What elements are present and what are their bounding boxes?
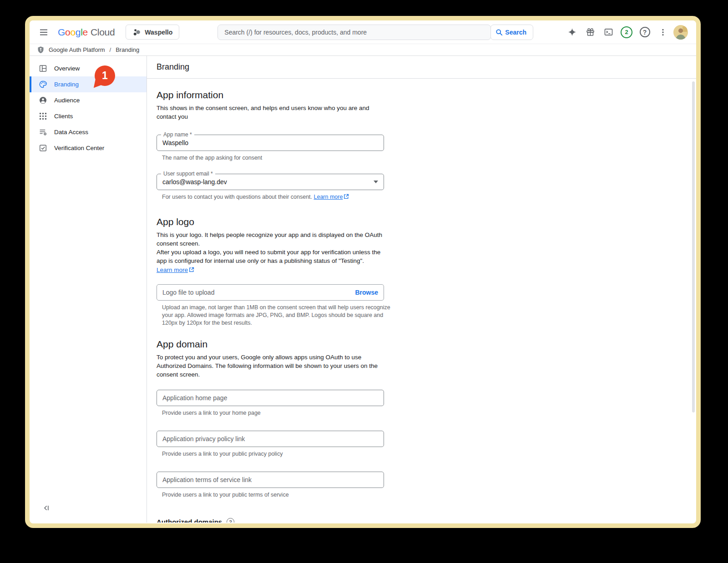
authorized-domains-heading: Authorized domains ? (157, 518, 687, 523)
sidebar-item-label: Branding (54, 81, 79, 88)
sidebar-item-label: Overview (54, 65, 80, 72)
breadcrumb-root[interactable]: Google Auth Platform (49, 46, 105, 53)
home-page-helper: Provide users a link to your home page (162, 409, 392, 417)
breadcrumb-current: Branding (116, 46, 139, 53)
support-email-select[interactable]: User support email * carlos@wasp-lang.de… (157, 174, 384, 190)
search-icon (495, 29, 503, 36)
app-logo-paragraph-1: This is your logo. It helps people recog… (157, 231, 389, 248)
top-app-bar: Google Cloud Waspello Search (30, 20, 696, 44)
logo-cloud-text: Cloud (91, 27, 115, 38)
cloud-shell-button[interactable] (601, 25, 616, 40)
google-cloud-logo[interactable]: Google Cloud (58, 27, 115, 38)
gemini-button[interactable] (564, 25, 580, 40)
app-domain-description: To protect you and your users, Google on… (157, 353, 389, 379)
app-domain-heading: App domain (157, 339, 687, 350)
support-email-helper: For users to contact you with questions … (162, 193, 392, 201)
app-name-input[interactable] (162, 139, 378, 146)
project-picker-button[interactable]: Waspello (126, 25, 179, 40)
sidebar-item-label: Data Access (54, 129, 88, 136)
menu-button[interactable] (36, 25, 51, 40)
auth-platform-shield-icon (37, 45, 45, 54)
chevron-down-icon (374, 181, 378, 183)
app-information-heading: App information (157, 90, 687, 101)
palette-icon (38, 80, 47, 89)
search-input[interactable] (217, 25, 491, 40)
privacy-policy-input[interactable] (162, 435, 378, 442)
annotation-badge-1: 1 (95, 65, 115, 86)
menu-icon (39, 28, 48, 37)
app-name-helper: The name of the app asking for consent (162, 154, 392, 162)
sidebar: Overview Branding (30, 56, 147, 523)
app-logo-paragraph-2: After you upload a logo, you will need t… (157, 248, 389, 265)
free-trial-gift-button[interactable] (582, 25, 598, 40)
terms-of-service-field[interactable] (157, 472, 384, 488)
privacy-policy-helper: Provide users a link to your public priv… (162, 450, 392, 458)
list-settings-icon (38, 128, 47, 137)
check-box-icon (38, 144, 47, 153)
apps-grid-icon (38, 112, 47, 121)
topbar-actions: 2 ? (564, 25, 688, 40)
overview-icon (38, 64, 47, 73)
avatar-photo (673, 25, 688, 40)
help-icon[interactable]: ? (227, 518, 234, 523)
sidebar-item-label: Verification Center (54, 145, 104, 151)
sidebar-item-audience[interactable]: Audience (30, 92, 147, 108)
cloud-shell-icon (604, 27, 613, 37)
sidebar-item-label: Clients (54, 113, 73, 120)
app-name-field[interactable]: App name * (157, 135, 384, 151)
breadcrumb-separator: / (110, 46, 111, 53)
person-icon (38, 96, 47, 105)
sidebar-item-overview[interactable]: Overview (30, 60, 147, 76)
sidebar-item-label: Audience (54, 97, 80, 104)
breadcrumb: Google Auth Platform / Branding (30, 44, 696, 56)
global-search: Search (217, 25, 533, 40)
terms-of-service-helper: Provide users a link to your public term… (162, 491, 392, 499)
help-button[interactable]: ? (637, 25, 652, 40)
project-name: Waspello (145, 29, 172, 36)
project-picker-icon (132, 28, 141, 36)
scrollbar[interactable] (692, 81, 695, 412)
support-email-label: User support email * (161, 171, 215, 177)
terms-of-service-input[interactable] (162, 476, 378, 483)
logo-file-input[interactable] (162, 289, 349, 296)
learn-more-link[interactable]: Learn more (314, 194, 343, 200)
external-link-icon (189, 267, 194, 272)
page-title: Branding (157, 62, 189, 72)
home-page-field[interactable] (157, 390, 384, 406)
more-vert-icon (659, 28, 667, 36)
support-email-value: carlos@wasp-lang.dev (162, 178, 370, 186)
external-link-icon (344, 194, 349, 199)
notification-count-badge: 2 (621, 26, 632, 38)
branding-form: App information This shows in the consen… (147, 79, 696, 523)
app-information-description: This shows in the consent screen, and he… (157, 104, 389, 121)
sidebar-item-clients[interactable]: Clients (30, 108, 147, 124)
app-name-label: App name * (161, 131, 194, 138)
main-panel: Branding App information This shows in t… (147, 56, 696, 523)
collapse-sidebar-icon (42, 504, 50, 512)
sidebar-item-verification-center[interactable]: Verification Center (30, 140, 147, 156)
logo-upload-field[interactable]: Browse (157, 284, 384, 301)
avatar[interactable] (673, 25, 688, 40)
privacy-policy-field[interactable] (157, 431, 384, 447)
collapse-sidebar-button[interactable] (40, 503, 51, 513)
home-page-input[interactable] (162, 394, 378, 402)
more-options-button[interactable] (655, 25, 671, 40)
gift-icon (586, 27, 595, 37)
sidebar-item-branding[interactable]: Branding (30, 76, 147, 92)
browser-viewport: Google Cloud Waspello Search (30, 20, 696, 523)
app-logo-learn-more: Learn more (157, 266, 687, 273)
notifications-button[interactable]: 2 (619, 25, 634, 40)
logo-upload-helper: Upload an image, not larger than 1MB on … (162, 304, 392, 327)
search-button[interactable]: Search (490, 25, 533, 40)
learn-more-link[interactable]: Learn more (157, 266, 188, 273)
app-logo-heading: App logo (157, 216, 687, 227)
help-icon: ? (640, 27, 650, 37)
gemini-sparkle-icon (567, 27, 577, 37)
window-frame: Google Cloud Waspello Search (25, 16, 701, 528)
sidebar-item-data-access[interactable]: Data Access (30, 124, 147, 140)
browse-button[interactable]: Browse (355, 289, 378, 296)
